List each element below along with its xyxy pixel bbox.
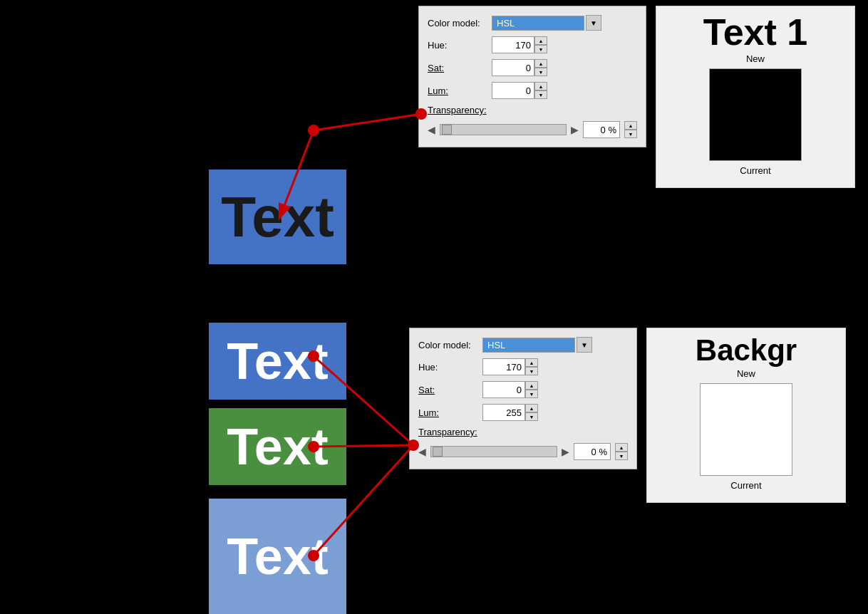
hsl-select-bottom[interactable]: HSL	[482, 338, 575, 353]
color-model-row-bottom: Color model: HSL ▼	[418, 337, 628, 353]
hsl-select-top[interactable]: HSL	[492, 16, 584, 31]
hue-row-bottom: Hue: ▲ ▼	[418, 358, 628, 375]
hue-up-top[interactable]: ▲	[534, 36, 547, 45]
lum-spinner-bottom[interactable]: ▲ ▼	[482, 404, 538, 421]
hue-input-bottom[interactable]	[482, 358, 525, 375]
transparency-spinner-buttons-top[interactable]: ▲ ▼	[624, 121, 637, 138]
preview-new-swatch-top	[709, 68, 802, 161]
transparency-label-row-top: Transparency:	[428, 105, 637, 115]
slider-right-arrow-bottom[interactable]: ▶	[562, 446, 569, 457]
color-model-row-top: Color model: HSL ▼	[428, 15, 637, 31]
preview-current-label-bottom: Current	[730, 480, 761, 491]
lum-spinner-buttons-bottom[interactable]: ▲ ▼	[525, 404, 538, 421]
transparency-section-bottom: Transparency: ◀ ▶ ▲ ▼	[418, 427, 628, 460]
color-model-dropdown-arrow-bottom[interactable]: ▼	[577, 337, 592, 353]
preview-panel-top: Text 1 New Current	[656, 6, 855, 188]
sat-up-bottom[interactable]: ▲	[525, 381, 538, 390]
hue-spinner-buttons-top[interactable]: ▲ ▼	[534, 36, 547, 53]
transparency-down-bottom[interactable]: ▼	[615, 452, 628, 460]
lum-down-top[interactable]: ▼	[534, 90, 547, 99]
red-dot-top1	[308, 125, 319, 136]
preview-title-bottom: Backgr	[696, 335, 797, 365]
sat-up-top[interactable]: ▲	[534, 59, 547, 68]
sat-spinner-buttons-top[interactable]: ▲ ▼	[534, 59, 547, 76]
color-model-dropdown-arrow-top[interactable]: ▼	[586, 15, 601, 31]
transparency-label-bottom: Transparency:	[418, 427, 477, 437]
sat-input-top[interactable]	[492, 59, 534, 76]
hsl-value-bottom: HSL	[487, 340, 505, 350]
lum-up-top[interactable]: ▲	[534, 82, 547, 90]
sat-label-top: Sat:	[428, 63, 492, 73]
text-box-bottom-2-label: Text	[227, 417, 329, 476]
lum-down-bottom[interactable]: ▼	[525, 412, 538, 421]
transparency-down-top[interactable]: ▼	[624, 130, 637, 138]
transparency-label-top: Transparency:	[428, 105, 487, 115]
hue-input-top[interactable]	[492, 36, 534, 53]
slider-track-bottom[interactable]	[430, 446, 557, 457]
sat-spinner-bottom[interactable]: ▲ ▼	[482, 381, 538, 398]
slider-right-arrow-top[interactable]: ▶	[571, 124, 579, 135]
sat-down-top[interactable]: ▼	[534, 68, 547, 76]
color-panel-bottom: Color model: HSL ▼ Hue: ▲ ▼ Sat: ▲ ▼	[409, 328, 637, 469]
color-model-label-top: Color model:	[428, 18, 492, 28]
hue-spinner-top[interactable]: ▲ ▼	[492, 36, 547, 53]
color-model-label-bottom: Color model:	[418, 340, 482, 350]
hue-label-bottom: Hue:	[418, 362, 482, 373]
sat-input-bottom[interactable]	[482, 381, 525, 398]
lum-label-top: Lum:	[428, 85, 492, 96]
text-box-bottom-2: Text	[209, 408, 346, 485]
color-model-select-top[interactable]: HSL ▼	[492, 15, 601, 31]
transparency-input-bottom[interactable]	[574, 443, 611, 460]
text-box-bottom-3-label: Text	[227, 527, 329, 586]
text-box-bottom-1-label: Text	[227, 332, 329, 390]
sat-down-bottom[interactable]: ▼	[525, 390, 538, 398]
hue-spinner-buttons-bottom[interactable]: ▲ ▼	[525, 358, 538, 375]
transparency-up-bottom[interactable]: ▲	[615, 443, 628, 452]
preview-panel-bottom: Backgr New Current	[646, 328, 846, 503]
slider-track-top[interactable]	[440, 124, 567, 135]
text-box-bottom-1: Text	[209, 323, 346, 400]
hue-down-bottom[interactable]: ▼	[525, 367, 538, 375]
lum-label-bottom: Lum:	[418, 407, 482, 418]
lum-input-bottom[interactable]	[482, 404, 525, 421]
preview-new-label-top: New	[746, 53, 765, 64]
preview-current-label-top: Current	[740, 165, 770, 176]
preview-title-top: Text 1	[703, 14, 807, 51]
sat-spinner-top[interactable]: ▲ ▼	[492, 59, 547, 76]
transparency-up-top[interactable]: ▲	[624, 121, 637, 130]
lum-input-top[interactable]	[492, 82, 534, 99]
transparency-input-top[interactable]	[583, 121, 620, 138]
sat-row-top: Sat: ▲ ▼	[428, 59, 637, 76]
sat-row-bottom: Sat: ▲ ▼	[418, 381, 628, 398]
preview-new-swatch-bottom	[700, 383, 792, 476]
text-box-top: Text	[209, 170, 346, 264]
transparency-spinner-buttons-bottom[interactable]: ▲ ▼	[615, 443, 628, 460]
slider-thumb-top[interactable]	[442, 125, 452, 135]
text-box-top-label: Text	[221, 184, 334, 250]
arrow-line-top1	[314, 114, 421, 130]
text-box-bottom-3: Text	[209, 499, 346, 614]
lum-row-top: Lum: ▲ ▼	[428, 82, 637, 99]
transparency-label-row-bottom: Transparency:	[418, 427, 628, 437]
sat-label-bottom: Sat:	[418, 385, 482, 395]
lum-spinner-top[interactable]: ▲ ▼	[492, 82, 547, 99]
sat-spinner-buttons-bottom[interactable]: ▲ ▼	[525, 381, 538, 398]
lum-up-bottom[interactable]: ▲	[525, 404, 538, 412]
color-panel-top: Color model: HSL ▼ Hue: ▲ ▼ Sat: ▲ ▼	[418, 6, 646, 147]
preview-new-label-bottom: New	[737, 368, 755, 379]
slider-left-arrow-top[interactable]: ◀	[428, 124, 435, 135]
hue-down-top[interactable]: ▼	[534, 45, 547, 53]
hue-up-bottom[interactable]: ▲	[525, 358, 538, 367]
transparency-row-top: ◀ ▶ ▲ ▼	[428, 121, 637, 138]
color-model-select-bottom[interactable]: HSL ▼	[482, 337, 592, 353]
hue-label-top: Hue:	[428, 40, 492, 51]
lum-row-bottom: Lum: ▲ ▼	[418, 404, 628, 421]
hue-row-top: Hue: ▲ ▼	[428, 36, 637, 53]
transparency-row-bottom: ◀ ▶ ▲ ▼	[418, 443, 628, 460]
hue-spinner-bottom[interactable]: ▲ ▼	[482, 358, 538, 375]
hsl-value-top: HSL	[497, 18, 515, 28]
lum-spinner-buttons-top[interactable]: ▲ ▼	[534, 82, 547, 99]
slider-thumb-bottom[interactable]	[433, 447, 443, 457]
transparency-section-top: Transparency: ◀ ▶ ▲ ▼	[428, 105, 637, 138]
slider-left-arrow-bottom[interactable]: ◀	[418, 446, 426, 457]
